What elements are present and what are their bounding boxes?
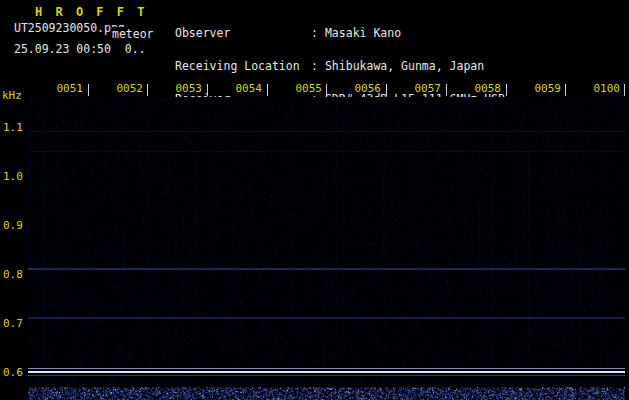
signal-level-canvas	[28, 387, 625, 400]
time-tick	[267, 84, 268, 96]
x-tick-label: 0052	[88, 82, 148, 95]
y-tick-label: 1.1	[3, 121, 27, 134]
time-tick	[326, 84, 327, 96]
x-tick-label: 0053	[147, 82, 207, 95]
x-tick-label: 0056	[326, 82, 386, 95]
info-label: Receiving Location	[175, 61, 311, 72]
app-title: H R O F F T	[35, 5, 147, 19]
x-tick-label: 0100	[565, 82, 625, 95]
x-tick-label: 0051	[28, 82, 88, 95]
info-value: Masaki Kano	[325, 28, 401, 39]
info-row-observer: Observer:Masaki Kano	[175, 28, 540, 39]
x-tick-label: 0058	[446, 82, 506, 95]
y-tick-label: 0.9	[3, 219, 27, 232]
x-tick-label: 0059	[506, 82, 566, 95]
hrofft-window: H R O F F T UT2509230050.png meteor 25.0…	[0, 0, 629, 400]
time-tick	[88, 84, 89, 96]
timestamp-label: 25.09.23 00:50 0..	[14, 42, 146, 56]
spectrogram-canvas	[28, 97, 625, 385]
y-tick-label: 0.8	[3, 268, 27, 281]
info-value: Shibukawa, Gunma, Japan	[325, 61, 484, 72]
time-tick	[147, 84, 148, 96]
time-tick	[624, 84, 625, 96]
filename-label: UT2509230050.png	[14, 21, 125, 35]
mode-label: meteor	[112, 27, 154, 41]
y-tick-label: 0.6	[3, 366, 27, 379]
x-tick-label: 0057	[386, 82, 446, 95]
y-tick-label: 0.7	[3, 317, 27, 330]
time-tick	[446, 84, 447, 96]
y-axis-unit: kHz	[2, 89, 22, 102]
y-tick-label: 1.0	[3, 170, 27, 183]
x-tick-label: 0055	[267, 82, 327, 95]
info-row-location: Receiving Location:Shibukawa, Gunma, Jap…	[175, 61, 540, 72]
time-tick	[565, 84, 566, 96]
info-label: Observer	[175, 28, 311, 39]
info-separator: :	[311, 61, 318, 72]
time-tick	[506, 84, 507, 96]
time-tick	[386, 84, 387, 96]
x-tick-label: 0054	[207, 82, 267, 95]
info-separator: :	[311, 28, 318, 39]
time-tick	[207, 84, 208, 96]
